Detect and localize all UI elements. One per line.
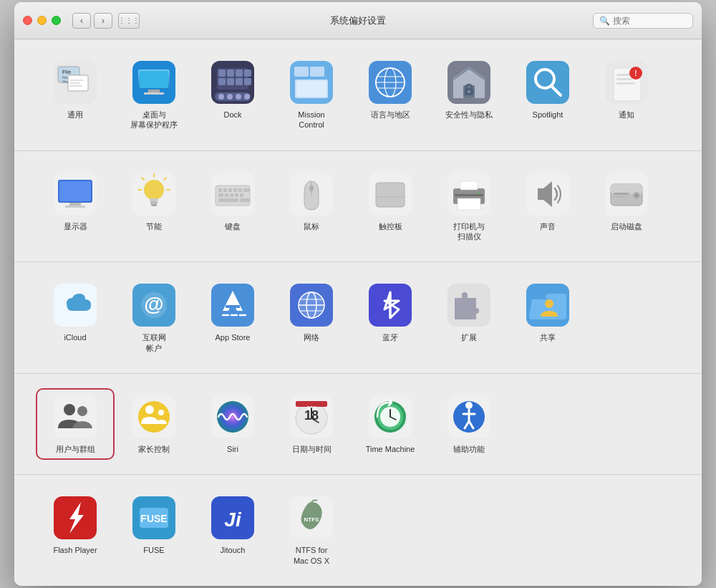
item-startup[interactable]: 启动磁盘 xyxy=(587,165,666,237)
svg-point-135 xyxy=(158,410,164,415)
item-keyboard[interactable]: 键盘 xyxy=(193,165,272,237)
item-notification[interactable]: ! 通知 xyxy=(587,54,666,125)
svg-rect-106 xyxy=(614,193,629,195)
item-flash[interactable]: Flash Player xyxy=(36,489,115,561)
section-internet: iCloud @ 互联网帐户 xyxy=(14,262,702,374)
item-siri[interactable]: Siri xyxy=(193,388,272,460)
back-button[interactable]: ‹ xyxy=(72,13,91,29)
item-sound[interactable]: 声音 xyxy=(508,165,587,237)
search-box[interactable]: 🔍 xyxy=(593,13,693,29)
svg-rect-34 xyxy=(310,67,324,77)
item-bluetooth[interactable]: 蓝牙 xyxy=(351,276,430,348)
svg-point-130 xyxy=(64,404,75,415)
item-display[interactable]: 显示器 xyxy=(36,165,115,237)
svg-rect-92 xyxy=(376,183,405,207)
personal-icons: File New One 通用 xyxy=(36,54,680,136)
item-appstore[interactable]: App Store xyxy=(193,276,272,348)
sharing-icon xyxy=(526,284,569,327)
svg-text:!: ! xyxy=(634,69,637,77)
item-language[interactable]: 语言与地区 xyxy=(351,54,430,125)
item-sharing[interactable]: 共享 xyxy=(508,276,587,348)
item-parental[interactable]: 家长控制 xyxy=(115,388,193,460)
item-mouse[interactable]: 鼠标 xyxy=(272,165,351,237)
svg-rect-13 xyxy=(144,92,164,95)
maximize-button[interactable] xyxy=(52,16,61,25)
icloud-icon xyxy=(54,284,97,327)
search-input[interactable] xyxy=(613,16,687,26)
svg-rect-62 xyxy=(65,206,85,208)
forward-button[interactable]: › xyxy=(94,13,112,29)
network-icon xyxy=(290,284,333,327)
svg-rect-29 xyxy=(244,94,250,100)
label-display: 显示器 xyxy=(64,221,87,231)
svg-rect-75 xyxy=(218,188,222,192)
item-ntfs[interactable]: NTFS NTFS forMac OS X xyxy=(272,489,351,572)
svg-rect-22 xyxy=(227,78,234,85)
content-area: File New One 通用 xyxy=(14,39,702,586)
svg-rect-48 xyxy=(526,61,569,104)
svg-point-90 xyxy=(309,185,314,191)
svg-rect-33 xyxy=(294,67,309,77)
item-spotlight[interactable]: Spotlight xyxy=(508,54,587,125)
notification-icon: ! xyxy=(605,61,648,104)
icon-general-wrapper: File New One xyxy=(52,59,98,105)
item-icloud[interactable]: iCloud xyxy=(36,276,115,348)
item-general[interactable]: File New One 通用 xyxy=(36,54,115,125)
svg-text:File: File xyxy=(62,69,71,74)
icon-users-wrapper xyxy=(52,394,98,440)
general-icon: File New One xyxy=(54,61,97,104)
item-users-groups[interactable]: 用户与群组 xyxy=(36,388,115,460)
svg-rect-21 xyxy=(218,78,226,85)
svg-text:@: @ xyxy=(144,293,163,315)
svg-rect-7 xyxy=(69,82,80,84)
label-trackpad: 触控板 xyxy=(379,221,402,231)
icon-mission-wrapper xyxy=(289,59,334,105)
svg-rect-24 xyxy=(244,78,251,85)
hardware-icons: 显示器 xyxy=(36,165,680,248)
appstore-icon xyxy=(211,284,254,327)
icon-sharing-wrapper xyxy=(525,282,571,328)
svg-rect-81 xyxy=(218,193,223,197)
label-icloud: iCloud xyxy=(64,332,86,342)
minimize-button[interactable] xyxy=(37,16,47,25)
svg-rect-80 xyxy=(243,188,250,192)
icon-siri-wrapper xyxy=(210,394,256,440)
internet-accounts-icon: @ xyxy=(132,284,175,327)
close-button[interactable] xyxy=(23,16,32,25)
svg-rect-36 xyxy=(296,81,326,97)
svg-rect-65 xyxy=(150,198,158,201)
item-fuse[interactable]: FUSE FUSE xyxy=(115,489,193,561)
item-accessibility[interactable]: 辅助功能 xyxy=(430,388,508,460)
item-mission-control[interactable]: MissionControl xyxy=(272,54,351,136)
label-parental: 家长控制 xyxy=(138,444,170,454)
label-siri: Siri xyxy=(227,444,238,454)
item-datetime[interactable]: JAN 18 日期与时间 xyxy=(272,388,351,460)
icon-spotlight-wrapper xyxy=(525,59,571,105)
item-desktop[interactable]: 桌面与屏幕保护程序 xyxy=(115,54,193,136)
label-spotlight: Spotlight xyxy=(533,110,563,120)
item-extensions[interactable]: 扩展 xyxy=(430,276,508,348)
label-users-groups: 用户与群组 xyxy=(56,444,95,454)
icon-fuse-wrapper: FUSE xyxy=(131,495,177,541)
svg-point-99 xyxy=(478,191,480,194)
item-printer[interactable]: 打印机与扫描仪 xyxy=(430,165,508,248)
svg-rect-96 xyxy=(458,198,480,210)
item-dock[interactable]: Dock xyxy=(193,54,272,125)
label-desktop: 桌面与屏幕保护程序 xyxy=(130,110,178,130)
svg-rect-83 xyxy=(230,193,233,197)
item-jitouch[interactable]: Ji Jitouch xyxy=(193,489,272,561)
svg-rect-17 xyxy=(218,69,226,77)
item-internet-accounts[interactable]: @ 互联网帐户 xyxy=(115,276,193,359)
svg-point-153 xyxy=(465,402,473,409)
grid-button[interactable]: ⋮⋮⋮ xyxy=(118,13,140,29)
item-trackpad[interactable]: 触控板 xyxy=(351,165,430,237)
icon-bluetooth-wrapper xyxy=(367,282,413,328)
window-title: 系统偏好设置 xyxy=(330,14,386,27)
item-security[interactable]: 安全性与隐私 xyxy=(430,54,508,125)
icon-desktop-wrapper xyxy=(131,59,177,105)
printer-icon xyxy=(448,173,490,216)
item-timemachine[interactable]: Time Machine xyxy=(351,388,430,460)
icon-security-wrapper xyxy=(446,59,492,105)
item-energy[interactable]: 节能 xyxy=(115,165,193,237)
item-network[interactable]: 网络 xyxy=(272,276,351,348)
